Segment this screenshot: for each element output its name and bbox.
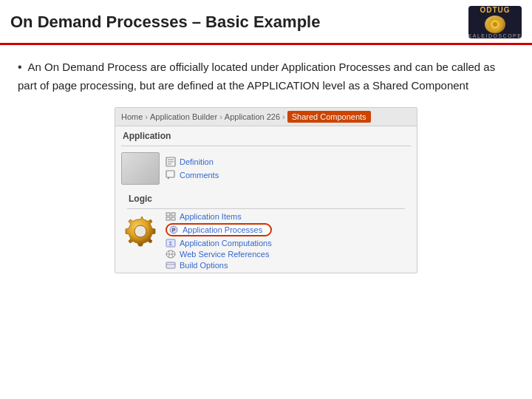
comments-label: Comments xyxy=(180,171,219,180)
svg-rect-11 xyxy=(166,217,170,220)
logo-sub-text: KALEIDOSCOPE xyxy=(468,33,522,38)
definition-icon xyxy=(166,157,176,167)
divider1 xyxy=(121,146,411,146)
bullet-text: An On Demand Process are officially loca… xyxy=(18,61,495,92)
app-computations-label: Application Computations xyxy=(180,239,272,248)
app-computations-icon: Σ xyxy=(166,239,176,248)
ui-mockup: Home › Application Builder › Application… xyxy=(115,107,417,273)
logo-top-text: ODTUG xyxy=(480,6,510,14)
web-service-link[interactable]: Web Service References xyxy=(166,250,272,259)
logic-links: Application Items P Application Processe… xyxy=(166,212,272,270)
crumb-shared: Shared Components xyxy=(287,111,371,123)
app-items-label: Application Items xyxy=(180,212,242,221)
crumb-home: Home xyxy=(121,112,143,121)
gear-icon xyxy=(123,214,158,249)
logic-section-label: Logic xyxy=(121,189,411,205)
breadcrumb: Home › Application Builder › Application… xyxy=(115,108,417,126)
app-items-link[interactable]: Application Items xyxy=(166,212,272,221)
comments-link[interactable]: Comments xyxy=(166,170,219,180)
logo-box: ODTUG KALEIDOSCOPE xyxy=(468,6,522,38)
svg-rect-10 xyxy=(171,213,175,216)
svg-text:Σ: Σ xyxy=(169,241,173,246)
application-section: Definition Comments xyxy=(115,149,417,185)
app-processes-label: Application Processes xyxy=(183,225,262,234)
slide-title: On Demand Processes – Basic Example xyxy=(10,13,320,32)
app-computations-link[interactable]: Σ Application Computations xyxy=(166,239,272,248)
slide: On Demand Processes – Basic Example ODTU… xyxy=(0,0,532,399)
bullet-symbol: • xyxy=(18,61,22,73)
application-links: Definition Comments xyxy=(166,152,219,185)
crumb-builder: Application Builder xyxy=(150,112,217,121)
app-processes-icon: P xyxy=(168,225,179,234)
app-processes-link[interactable]: P Application Processes xyxy=(166,223,272,236)
build-options-icon xyxy=(166,261,176,270)
logo-circle xyxy=(485,16,505,33)
definition-link[interactable]: Definition xyxy=(166,157,219,167)
web-service-icon xyxy=(166,250,176,259)
comments-icon xyxy=(166,170,176,180)
svg-point-2 xyxy=(493,22,497,27)
svg-text:P: P xyxy=(172,228,176,233)
application-section-label: Application xyxy=(115,126,417,143)
app-items-icon xyxy=(166,212,176,221)
top-bar: On Demand Processes – Basic Example ODTU… xyxy=(0,0,532,45)
divider2 xyxy=(127,208,405,209)
svg-rect-12 xyxy=(171,217,175,220)
logic-body: Application Items P Application Processe… xyxy=(121,212,411,270)
bullet-point: •An On Demand Process are officially loc… xyxy=(18,58,514,94)
web-service-label: Web Service References xyxy=(180,250,269,259)
application-icon xyxy=(121,152,160,185)
svg-rect-19 xyxy=(166,262,175,268)
svg-rect-9 xyxy=(166,213,170,216)
crumb-app: Application 226 xyxy=(225,112,280,121)
svg-point-8 xyxy=(134,225,146,237)
gear-icon-area xyxy=(121,212,160,250)
content-area: •An On Demand Process are officially loc… xyxy=(0,45,532,281)
build-options-label: Build Options xyxy=(180,261,228,270)
svg-rect-7 xyxy=(166,171,174,177)
definition-label: Definition xyxy=(180,157,214,166)
logic-area: Logic xyxy=(115,185,417,273)
build-options-link[interactable]: Build Options xyxy=(166,261,272,270)
